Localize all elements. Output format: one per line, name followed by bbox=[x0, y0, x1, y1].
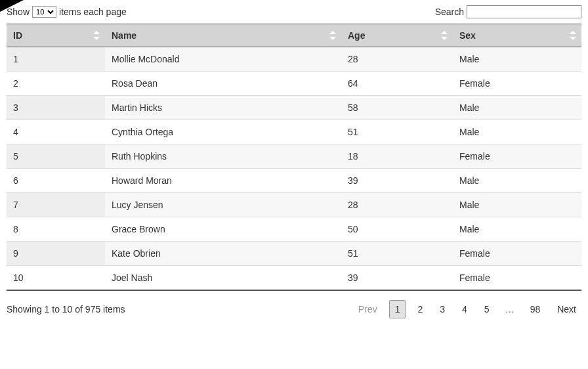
cell-name: Martin Hicks bbox=[105, 96, 341, 120]
cell-id: 8 bbox=[7, 217, 105, 242]
data-table: ID Name Age Sex 1 Mollie McDonald bbox=[7, 24, 581, 291]
search-label: Search bbox=[435, 7, 464, 17]
page-4[interactable]: 4 bbox=[457, 301, 472, 318]
cell-id: 4 bbox=[7, 120, 105, 144]
cell-age: 28 bbox=[341, 47, 453, 72]
cell-id: 3 bbox=[7, 96, 105, 120]
cell-name: Ruth Hopkins bbox=[105, 144, 341, 169]
page-ellipsis: … bbox=[501, 301, 518, 318]
paginator: Prev 12345 … 98 Next bbox=[353, 300, 581, 318]
cell-sex: Male bbox=[453, 120, 581, 144]
col-header-id[interactable]: ID bbox=[7, 24, 105, 47]
cell-id: 10 bbox=[7, 266, 105, 291]
table-row: 1 Mollie McDonald 28 Male bbox=[7, 47, 581, 72]
cell-name: Lucy Jensen bbox=[105, 193, 341, 217]
search-input[interactable] bbox=[467, 5, 581, 18]
cell-id: 9 bbox=[7, 242, 105, 266]
cell-sex: Male bbox=[453, 169, 581, 193]
cell-id: 5 bbox=[7, 144, 105, 169]
cell-sex: Male bbox=[453, 47, 581, 72]
cell-age: 50 bbox=[341, 217, 453, 242]
table-row: 9 Kate Obrien 51 Female bbox=[7, 242, 581, 266]
page-size-suffix: items each page bbox=[59, 7, 127, 17]
page-next[interactable]: Next bbox=[552, 301, 581, 318]
table-row: 2 Rosa Dean 64 Female bbox=[7, 72, 581, 96]
cell-age: 39 bbox=[341, 169, 453, 193]
cell-age: 51 bbox=[341, 120, 453, 144]
cell-name: Howard Moran bbox=[105, 169, 341, 193]
table-row: 4 Cynthia Ortega 51 Male bbox=[7, 120, 581, 144]
table-row: 10 Joel Nash 39 Female bbox=[7, 266, 581, 291]
col-header-age-label: Age bbox=[348, 30, 365, 41]
col-header-name-label: Name bbox=[112, 30, 136, 41]
table-row: 7 Lucy Jensen 28 Male bbox=[7, 193, 581, 217]
page-1[interactable]: 1 bbox=[389, 300, 406, 318]
cell-age: 58 bbox=[341, 96, 453, 120]
table-row: 5 Ruth Hopkins 18 Female bbox=[7, 144, 581, 169]
cell-name: Cynthia Ortega bbox=[105, 120, 341, 144]
cell-name: Kate Obrien bbox=[105, 242, 341, 266]
cell-name: Joel Nash bbox=[105, 266, 341, 291]
col-header-id-label: ID bbox=[13, 30, 22, 41]
page-5[interactable]: 5 bbox=[479, 301, 495, 318]
page-2[interactable]: 2 bbox=[412, 301, 428, 318]
cell-age: 39 bbox=[341, 266, 453, 291]
page-prev[interactable]: Prev bbox=[353, 301, 383, 318]
page-3[interactable]: 3 bbox=[434, 301, 450, 318]
status-text: Showing 1 to 10 of 975 items bbox=[7, 304, 125, 315]
cell-id: 6 bbox=[7, 169, 105, 193]
cell-age: 64 bbox=[341, 72, 453, 96]
cell-id: 7 bbox=[7, 193, 105, 217]
cell-age: 51 bbox=[341, 242, 453, 266]
cell-name: Rosa Dean bbox=[105, 72, 341, 96]
col-header-age[interactable]: Age bbox=[341, 24, 453, 47]
cell-sex: Male bbox=[453, 96, 581, 120]
cell-id: 2 bbox=[7, 72, 105, 96]
cell-sex: Female bbox=[453, 72, 581, 96]
cell-id: 1 bbox=[7, 47, 105, 72]
cell-age: 18 bbox=[341, 144, 453, 169]
col-header-sex-label: Sex bbox=[459, 30, 476, 41]
table-row: 3 Martin Hicks 58 Male bbox=[7, 96, 581, 120]
cell-age: 28 bbox=[341, 193, 453, 217]
table-row: 8 Grace Brown 50 Male bbox=[7, 217, 581, 242]
corner-decoration bbox=[0, 0, 24, 12]
table-row: 6 Howard Moran 39 Male bbox=[7, 169, 581, 193]
col-header-sex[interactable]: Sex bbox=[453, 24, 581, 47]
cell-sex: Male bbox=[453, 217, 581, 242]
cell-sex: Male bbox=[453, 193, 581, 217]
cell-name: Grace Brown bbox=[105, 217, 341, 242]
col-header-name[interactable]: Name bbox=[105, 24, 341, 47]
sort-icon bbox=[441, 30, 448, 41]
sort-icon bbox=[570, 30, 576, 41]
cell-name: Mollie McDonald bbox=[105, 47, 341, 72]
sort-icon bbox=[93, 30, 100, 41]
cell-sex: Female bbox=[453, 144, 581, 169]
page-last[interactable]: 98 bbox=[525, 301, 546, 318]
cell-sex: Female bbox=[453, 266, 581, 291]
sort-icon bbox=[329, 30, 336, 41]
cell-sex: Female bbox=[453, 242, 581, 266]
page-size-select[interactable]: 10 bbox=[32, 6, 56, 18]
